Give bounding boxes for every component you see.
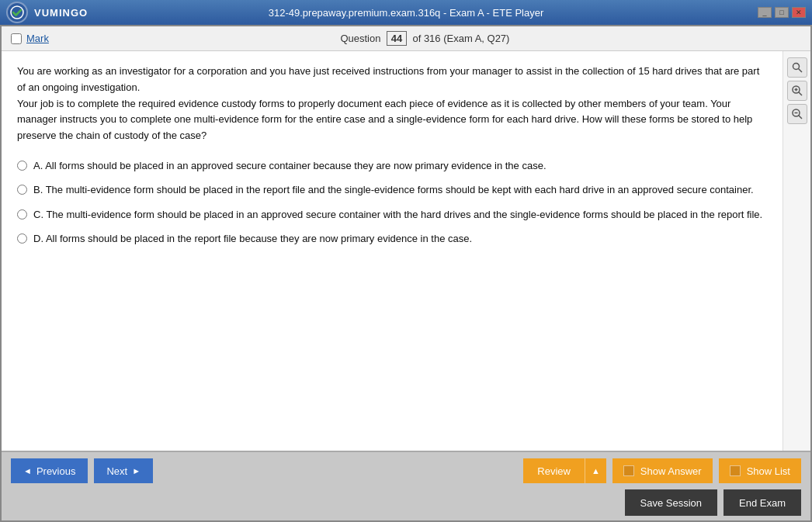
next-chevron-icon: ► — [132, 466, 141, 475]
question-of: of 316 (Exam A, Q27) — [412, 33, 509, 44]
review-group: Review ▲ — [523, 458, 606, 483]
radio-d[interactable] — [17, 233, 27, 244]
mark-checkbox[interactable]: Mark — [11, 33, 49, 44]
radio-c[interactable] — [17, 209, 27, 220]
sidebar-tools — [783, 51, 810, 451]
svg-line-2 — [798, 69, 802, 73]
option-c-text: C. The multi-evidence form should be pla… — [33, 207, 762, 223]
previous-chevron-icon: ◄ — [23, 466, 32, 475]
question-text: You are working as an investigator for a… — [17, 64, 767, 144]
titlebar-controls: _ □ ✕ — [758, 7, 806, 18]
search-tool-button[interactable] — [787, 57, 807, 78]
option-b-text: B. The multi-evidence form should be pla… — [33, 182, 754, 198]
save-session-button[interactable]: Save Session — [625, 489, 718, 516]
question-number: 44 — [387, 31, 407, 46]
svg-line-4 — [798, 92, 802, 96]
next-button[interactable]: Next ► — [94, 458, 153, 483]
next-label: Next — [106, 465, 127, 477]
bottom-row2: Save Session End Exam — [2, 489, 810, 522]
option-d-text: D. All forms should be placed in the rep… — [33, 231, 472, 247]
logo-text: VUMINGO — [34, 7, 88, 19]
mark-check-input[interactable] — [11, 33, 22, 44]
option-a[interactable]: A. All forms should be placed in an appr… — [17, 158, 767, 174]
question-panel: You are working as an investigator for a… — [2, 51, 783, 451]
show-list-checkbox-icon — [730, 465, 741, 476]
main-window: Mark Question 44 of 316 (Exam A, Q27) Yo… — [0, 25, 812, 522]
svg-point-1 — [793, 64, 799, 70]
zoom-in-icon — [791, 85, 803, 97]
zoom-out-button[interactable] — [787, 104, 807, 124]
close-button[interactable]: ✕ — [792, 7, 806, 18]
show-answer-checkbox-icon — [623, 465, 634, 476]
option-c[interactable]: C. The multi-evidence form should be pla… — [17, 207, 767, 223]
show-answer-label: Show Answer — [640, 465, 702, 477]
titlebar: VUMINGO 312-49.prepaway.premium.exam.316… — [0, 0, 812, 25]
review-button[interactable]: Review — [523, 458, 585, 483]
menubar: Mark Question 44 of 316 (Exam A, Q27) — [2, 26, 810, 51]
end-exam-button[interactable]: End Exam — [724, 489, 801, 516]
svg-line-8 — [798, 116, 802, 119]
review-dropdown-button[interactable]: ▲ — [585, 458, 606, 483]
radio-b[interactable] — [17, 185, 27, 195]
zoom-in-button[interactable] — [787, 81, 807, 101]
show-list-label: Show List — [747, 465, 790, 477]
content-area: You are working as an investigator for a… — [2, 51, 810, 451]
bottom-toolbar: ◄ Previous Next ► Review ▲ Show Answer S… — [2, 451, 810, 520]
search-icon — [792, 62, 803, 73]
zoom-out-icon — [791, 108, 803, 120]
radio-a[interactable] — [17, 161, 27, 171]
previous-label: Previous — [36, 465, 76, 477]
show-answer-button[interactable]: Show Answer — [612, 458, 713, 483]
mark-label[interactable]: Mark — [26, 33, 49, 44]
bottom-row1: ◄ Previous Next ► Review ▲ Show Answer S… — [2, 452, 810, 489]
window-title: 312-49.prepaway.premium.exam.316q - Exam… — [269, 7, 544, 19]
previous-button[interactable]: ◄ Previous — [11, 458, 88, 483]
review-dropdown-icon: ▲ — [592, 466, 600, 475]
maximize-button[interactable]: □ — [775, 7, 789, 18]
minimize-button[interactable]: _ — [758, 7, 772, 18]
options-list: A. All forms should be placed in an appr… — [17, 158, 767, 247]
question-info: Question 44 of 316 (Exam A, Q27) — [340, 31, 509, 46]
option-b[interactable]: B. The multi-evidence form should be pla… — [17, 182, 767, 198]
titlebar-left: VUMINGO — [6, 2, 88, 23]
show-list-button[interactable]: Show List — [719, 458, 801, 483]
option-a-text: A. All forms should be placed in an appr… — [33, 158, 547, 174]
question-body: You are working as an investigator for a… — [17, 65, 762, 141]
logo-icon — [6, 2, 28, 23]
question-label: Question — [340, 33, 380, 44]
option-d[interactable]: D. All forms should be placed in the rep… — [17, 231, 767, 247]
